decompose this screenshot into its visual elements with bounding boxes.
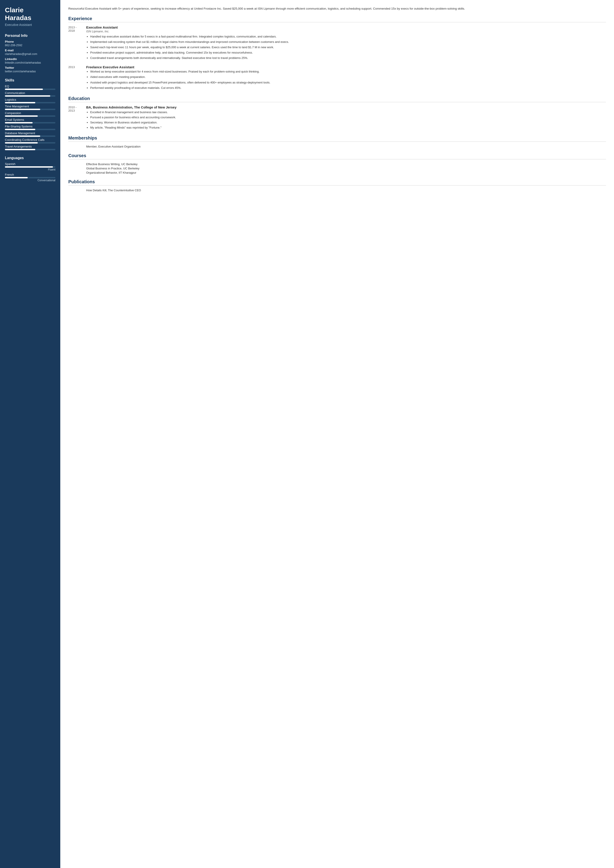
language-name: Spanish xyxy=(5,162,55,166)
language-item: SpanishFluent xyxy=(5,162,55,171)
experience-section: Experience 2013 - 2018Executive Assistan… xyxy=(68,16,606,91)
pub-text: How Details Kill, The Counterintuitive C… xyxy=(86,189,141,192)
personal-info-title: Personal Info xyxy=(5,34,55,38)
email-label: E-mail xyxy=(5,49,55,52)
exp-bullet: Implemented call-recording system that c… xyxy=(90,40,606,44)
twitter-value: twitter.com/clarieharadas xyxy=(5,70,55,73)
skill-bar-bg xyxy=(5,142,55,144)
experience-entry: 2013Freelance Executive AssistantWorked … xyxy=(68,65,606,91)
skill-bar-fill xyxy=(5,122,33,123)
education-title: Education xyxy=(68,96,606,102)
membership-entry: Member, Executive Assistant Organization xyxy=(68,145,606,148)
publications-title: Publications xyxy=(68,179,606,186)
membership-spacer xyxy=(68,145,86,148)
language-bar-bg xyxy=(5,166,55,167)
education-entry: 2010 - 2013BA, Business Administration, … xyxy=(68,105,606,131)
membership-text: Member, Executive Assistant Organization xyxy=(86,145,141,148)
exp-bullets: Handled top executive assistant duties f… xyxy=(86,34,606,60)
languages-title: Languages xyxy=(5,156,55,160)
exp-bullet: Handled top executive assistant duties f… xyxy=(90,34,606,39)
candidate-title: Executive Assistant xyxy=(5,23,55,26)
skill-bar-fill xyxy=(5,109,40,110)
exp-bullet: Assisted with project logistics and deve… xyxy=(90,81,606,85)
exp-date: 2013 xyxy=(68,65,86,91)
summary-text: Resourceful Executive Assistant with 5+ … xyxy=(68,6,606,11)
course-entry: Organizational Behavior, IIT Kharagpur xyxy=(68,171,606,174)
skills-title: Skills xyxy=(5,78,55,82)
course-text: Effective Business Writing, UC Berkeley xyxy=(86,163,138,166)
edu-date: 2010 - 2013 xyxy=(68,105,86,131)
skill-item: Compassion xyxy=(5,112,55,117)
course-text: Organizational Behavior, IIT Kharagpur xyxy=(86,171,136,174)
exp-bullet: Worked as temp executive assistant for 4… xyxy=(90,70,606,74)
exp-content: Executive AssistantISN Lipmann, Inc.Hand… xyxy=(86,25,606,61)
language-bar-fill xyxy=(5,177,28,178)
courses-title: Courses xyxy=(68,153,606,160)
languages-section: Languages SpanishFluentFrenchConversatio… xyxy=(0,153,60,184)
skill-bar-fill xyxy=(5,115,38,117)
main-content: Resourceful Executive Assistant with 5+ … xyxy=(60,0,614,868)
course-entry: Effective Business Writing, UC Berkeley xyxy=(68,163,606,166)
phone-value: 862-208-2592 xyxy=(5,44,55,47)
skill-name: Compassion xyxy=(5,112,55,115)
exp-bullet: Provided executive project support, admi… xyxy=(90,50,606,55)
course-text: Global Business in Practice, UC Berkeley xyxy=(86,167,140,170)
skill-bar-bg xyxy=(5,109,55,110)
edu-bullet: Pursued a passion for business ethics an… xyxy=(90,115,606,119)
exp-bullet: Coordinated travel arrangements both dom… xyxy=(90,56,606,60)
edu-bullet: Secretary, Women in Business student org… xyxy=(90,120,606,125)
language-item: FrenchConversational xyxy=(5,173,55,182)
skill-name: EQ xyxy=(5,85,55,88)
skills-section: Skills EQCommunicationLogisticsTime Mana… xyxy=(0,75,60,153)
course-entry: Global Business in Practice, UC Berkeley xyxy=(68,167,606,170)
skill-item: Logistics xyxy=(5,98,55,103)
sidebar-header: Clarie Haradas Executive Assistant xyxy=(0,0,60,31)
experience-list: 2013 - 2018Executive AssistantISN Lipman… xyxy=(68,25,606,91)
exp-bullets: Worked as temp executive assistant for 4… xyxy=(86,70,606,90)
language-bar-bg xyxy=(5,177,55,178)
sidebar: Clarie Haradas Executive Assistant Perso… xyxy=(0,0,60,868)
skill-item: EQ xyxy=(5,85,55,90)
skill-bar-bg xyxy=(5,88,55,90)
twitter-label: Twitter xyxy=(5,66,55,70)
skill-bar-bg xyxy=(5,129,55,130)
skill-bar-fill xyxy=(5,102,35,103)
course-spacer xyxy=(68,167,86,170)
skill-bar-bg xyxy=(5,115,55,117)
skill-item: Database Management xyxy=(5,132,55,137)
candidate-name: Clarie Haradas xyxy=(5,6,55,22)
personal-info-section: Personal Info Phone 862-208-2592 E-mail … xyxy=(0,31,60,75)
languages-list: SpanishFluentFrenchConversational xyxy=(5,162,55,182)
skill-name: Communication xyxy=(5,91,55,95)
course-spacer xyxy=(68,171,86,174)
exp-job-title: Freelance Executive Assistant xyxy=(86,65,606,69)
skill-name: Time Management xyxy=(5,105,55,108)
skill-name: Email Systems xyxy=(5,118,55,121)
publications-list: How Details Kill, The Counterintuitive C… xyxy=(68,189,606,192)
skill-item: Travel Arrangements xyxy=(5,145,55,150)
skill-item: File-Sharing Systems xyxy=(5,125,55,130)
exp-job-title: Executive Assistant xyxy=(86,25,606,29)
linkedin-value: linkedin.com/in/clarieharadas xyxy=(5,61,55,64)
experience-entry: 2013 - 2018Executive AssistantISN Lipman… xyxy=(68,25,606,61)
skill-item: Email Systems xyxy=(5,118,55,123)
skill-item: Communication xyxy=(5,91,55,97)
skill-bar-bg xyxy=(5,135,55,137)
course-spacer xyxy=(68,163,86,166)
language-bar-fill xyxy=(5,166,53,167)
memberships-section: Memberships Member, Executive Assistant … xyxy=(68,135,606,148)
skill-bar-fill xyxy=(5,129,35,130)
language-name: French xyxy=(5,173,55,176)
name-line1: Clarie xyxy=(5,6,23,14)
education-section: Education 2010 - 2013BA, Business Admini… xyxy=(68,96,606,131)
edu-content: BA, Business Administration, The College… xyxy=(86,105,606,131)
skill-bar-fill xyxy=(5,142,38,144)
skill-name: Travel Arrangements xyxy=(5,145,55,148)
edu-bullet: My article, "Reading Minds" was reprinte… xyxy=(90,126,606,130)
exp-content: Freelance Executive AssistantWorked as t… xyxy=(86,65,606,91)
edu-degree: BA, Business Administration, The College… xyxy=(86,105,606,109)
pub-spacer xyxy=(68,189,86,192)
exp-bullet: Saved each top-level exec 11 hours per w… xyxy=(90,45,606,50)
skill-name: Coordinating Conference Calls xyxy=(5,138,55,141)
publication-entry: How Details Kill, The Counterintuitive C… xyxy=(68,189,606,192)
